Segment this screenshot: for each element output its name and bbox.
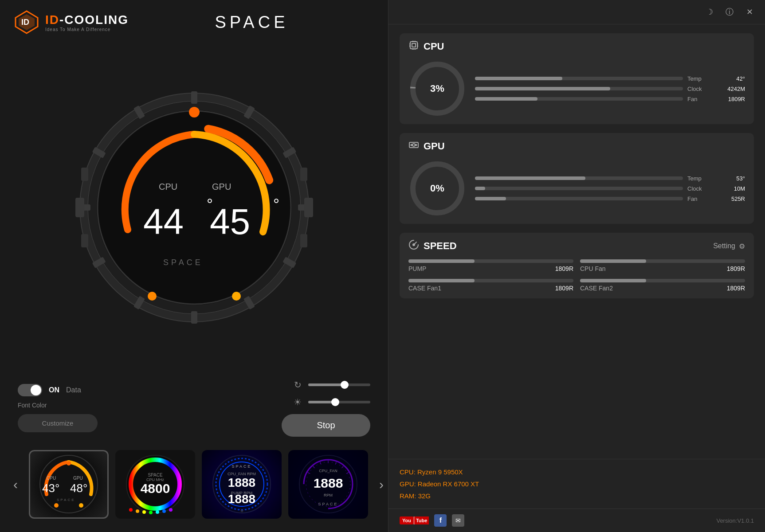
svg-text:ID: ID: [21, 18, 29, 27]
thumbnail-1[interactable]: CPU GPU 43° 48° SPACE: [29, 450, 109, 519]
thumb-grid: CPU GPU 43° 48° SPACE: [29, 450, 368, 519]
cpu-fan-bar: [475, 97, 537, 101]
toggle-switch[interactable]: [18, 384, 42, 396]
next-arrow[interactable]: ›: [375, 473, 388, 497]
cpu-donut: 3%: [408, 60, 466, 117]
gpu-fan-label: Fan: [687, 196, 712, 202]
svg-text:SPACE: SPACE: [148, 473, 162, 477]
casefan2-value: 1809R: [727, 285, 745, 292]
logo-text: ID-COOLING Ideas To Make A Difference: [45, 13, 129, 32]
svg-text:SPACE: SPACE: [57, 498, 75, 502]
youtube-tube: Tube: [414, 516, 429, 524]
toggle-row: ON Data: [18, 384, 98, 396]
svg-point-25: [189, 107, 200, 117]
moon-button[interactable]: ☽: [703, 5, 716, 19]
controls-row: ON Data Font Color Customize ↻ ☀: [18, 379, 370, 437]
rotation-slider-row: ↻: [294, 379, 370, 390]
casefan1-speed-item: CASE Fan1 1809R: [408, 279, 573, 292]
speed-header: SPEED Setting ⚙: [408, 239, 745, 253]
svg-text:RPM: RPM: [324, 493, 333, 497]
cpufan-label: CPU Fan: [580, 265, 606, 272]
close-button[interactable]: ✕: [743, 5, 756, 19]
logo-id: ID: [45, 13, 59, 27]
pump-row: PUMP 1809R: [408, 265, 573, 272]
gpu-content: 0% Temp 53° Clock 1: [408, 160, 745, 217]
pump-label: PUMP: [408, 265, 426, 272]
thumbnail-2[interactable]: SPACE CPU MHz 4800: [115, 450, 195, 519]
gpu-temp-row: Temp 53°: [475, 175, 745, 182]
svg-text:44: 44: [143, 201, 184, 242]
cpu-icon: [408, 40, 419, 53]
svg-point-27: [232, 292, 241, 301]
social-icons: You Tube f ✉: [400, 514, 464, 527]
cpu-temp-label: Temp: [687, 75, 712, 82]
thumbnail-4[interactable]: CPU_FAN 1888 RPM SPACE: [288, 450, 368, 519]
gpu-details: Temp 53° Clock 10M Fan: [475, 175, 745, 202]
pump-speed-item: PUMP 1809R: [408, 259, 573, 272]
logo-sub: Ideas To Make A Difference: [45, 27, 129, 32]
svg-rect-11: [191, 311, 197, 324]
right-controls: ↻ ☀ Stop: [282, 379, 370, 437]
title-bar: ☽ ⓘ ✕: [388, 0, 765, 24]
data-label: Data: [66, 386, 81, 394]
casefan2-bar-track: [580, 279, 745, 282]
pump-bar-track: [408, 259, 573, 263]
gpu-temp-value: 53°: [716, 175, 745, 182]
cpu-clock-bar: [475, 87, 610, 90]
setting-button[interactable]: Setting ⚙: [713, 242, 745, 250]
cpufan-bar: [580, 259, 646, 263]
cpu-fan-label: Fan: [687, 96, 712, 102]
cpu-section: CPU 3% Temp 42°: [400, 33, 754, 124]
customize-button[interactable]: Customize: [18, 414, 98, 432]
gpu-donut: 0%: [408, 160, 466, 217]
thumb1-svg: CPU GPU 43° 48° SPACE: [31, 452, 106, 516]
moon-icon: ☽: [706, 7, 713, 17]
logo-cooling: COOLING: [64, 13, 129, 27]
casefan2-row: CASE Fan2 1809R: [580, 285, 745, 292]
rotation-slider-track: [308, 383, 370, 386]
prev-arrow[interactable]: ‹: [9, 473, 22, 497]
gpu-info-row: GPU: Radeon RX 6700 XT: [400, 478, 754, 490]
gpu-fan-value: 525R: [716, 196, 745, 202]
thumbnail-3[interactable]: SPACE CPU_FAN RPM 1888 PUMP RPM 1888 ⚙: [202, 450, 282, 519]
rotation-icon: ↻: [294, 379, 302, 390]
gpu-clock-label: Clock: [687, 185, 712, 192]
svg-point-55: [169, 508, 173, 512]
rotation-slider-thumb[interactable]: [341, 381, 349, 389]
ram-info-label: RAM:: [400, 492, 416, 500]
thumbnails-section: ‹ CPU GPU 43° 48° SPACE: [0, 446, 388, 532]
svg-rect-19: [81, 168, 88, 181]
svg-text:CPU: CPU: [159, 182, 177, 192]
casefan2-bar: [580, 279, 646, 282]
ram-info-value: 32G: [418, 492, 431, 500]
gpu-info-label: GPU:: [400, 480, 416, 488]
cpufan-row: CPU Fan 1809R: [580, 265, 745, 272]
cpu-info-row: CPU: Ryzen 9 5950X: [400, 466, 754, 478]
left-panel: ID ID-COOLING Ideas To Make A Difference…: [0, 0, 388, 532]
svg-point-36: [67, 461, 71, 466]
gauge-wrap: CPU GPU 44 ° 45 ° SPACE: [75, 88, 314, 327]
gpu-fan-bar-track: [475, 197, 683, 200]
email-icon[interactable]: ✉: [452, 514, 464, 527]
svg-rect-78: [410, 42, 417, 49]
cpu-fan-bar-track: [475, 97, 683, 101]
speed-title: SPEED: [424, 240, 457, 252]
svg-text:CPU: CPU: [47, 476, 56, 481]
logo-icon: ID: [13, 9, 40, 35]
svg-rect-18: [304, 198, 313, 217]
svg-text:GPU: GPU: [212, 182, 231, 192]
youtube-icon[interactable]: You Tube: [400, 516, 429, 524]
speed-icon: [408, 239, 419, 253]
stop-button[interactable]: Stop: [282, 414, 370, 437]
svg-text:SPACE: SPACE: [163, 258, 203, 267]
svg-text:SPACE: SPACE: [318, 502, 338, 506]
info-button[interactable]: ⓘ: [723, 5, 736, 19]
brightness-slider-thumb[interactable]: [331, 398, 339, 406]
gpu-clock-value: 10M: [716, 185, 745, 192]
facebook-icon[interactable]: f: [434, 514, 447, 527]
cpu-temp-row: Temp 42°: [475, 75, 745, 82]
gpu-section: GPU 0% Temp 53°: [400, 133, 754, 224]
svg-point-100: [413, 244, 415, 246]
svg-rect-20: [300, 168, 307, 181]
gauge-area: CPU GPU 44 ° 45 ° SPACE: [0, 35, 388, 379]
